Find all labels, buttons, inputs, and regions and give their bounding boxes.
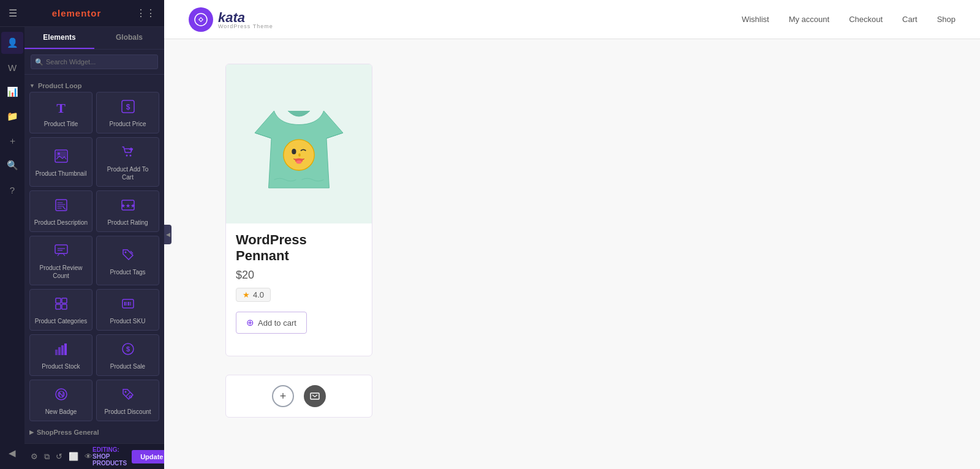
svg-point-6 [129,155,131,157]
svg-rect-25 [55,350,58,355]
widget-label-product-description: Product Description [34,219,88,227]
product-card: WordPress Pennant $20 ★ 4.0 ⊕ Add to car… [225,64,372,356]
svg-rect-18 [56,304,61,309]
widget-product-categories[interactable]: Product Categories [29,289,92,331]
svg-point-37 [200,18,202,21]
svg-rect-28 [64,343,67,355]
nav-links: Wishlist My account Checkout Cart Shop [742,15,956,24]
widget-product-sku[interactable]: Product SKU [96,289,159,331]
sidebar-icon-user[interactable]: 👤 [1,32,23,54]
svg-text:$: $ [126,345,129,353]
update-button[interactable]: Update ▲ [132,450,164,463]
cart-plus-icon: ⊕ [246,317,254,328]
widget-product-title[interactable]: T Product Title [29,92,92,133]
rating-value: 4.0 [253,290,264,299]
product-stock-icon [55,342,68,359]
product-info: WordPress Pennant $20 ★ 4.0 ⊕ Add to car… [226,223,372,356]
logo-icon [189,7,213,32]
widget-panel: ▼ Product Loop T Product Title $ [24,75,164,443]
section-label-shoppress: ShopPress General [37,429,99,436]
sidebar-icon-search[interactable]: 🔍 [1,154,23,176]
widget-product-add-to-cart[interactable]: Product Add To Cart [96,137,159,187]
search-input[interactable] [31,54,158,69]
product-sale-icon: $ [121,342,135,359]
sidebar-top-bar: ☰ elementor ⋮⋮ [0,0,164,27]
circle-button-dark[interactable] [304,385,326,407]
add-to-cart-button[interactable]: ⊕ Add to cart [236,312,307,334]
product-image [244,83,354,205]
svg-point-15 [124,251,126,253]
product-discount-icon [121,388,135,404]
product-thumbnail-icon [55,149,68,166]
grid-icon[interactable]: ⋮⋮ [136,7,156,19]
product-price: $20 [236,266,362,288]
widget-product-stock[interactable]: Product Stock [29,334,92,376]
section-shoppress-general[interactable]: ▶ ShopPress General [29,425,159,438]
sidebar-icon-help[interactable]: ? [1,179,23,201]
widget-product-sale[interactable]: $ Product Sale [96,334,159,376]
brand-logo: elementor [52,8,102,18]
widget-label-product-review-count: Product Review Count [34,264,88,280]
product-title-icon: T [56,100,66,116]
responsive-icon[interactable]: ⬜ [69,452,78,461]
nav-cart[interactable]: Cart [902,15,918,24]
nav-my-account[interactable]: My account [789,15,829,24]
sidebar-icon-chart[interactable]: 📊 [1,81,23,103]
widget-product-thumbnail[interactable]: Product Thumbnail [29,137,92,187]
product-rating-icon: ★★★ [121,198,135,215]
svg-rect-19 [62,304,67,309]
svg-rect-27 [61,345,64,355]
svg-point-33 [124,391,126,393]
sidebar-icon-plus[interactable]: ＋ [1,130,23,152]
widget-label-product-sale: Product Sale [110,362,145,370]
nav-wishlist[interactable]: Wishlist [742,15,769,24]
product-price-icon: $ [121,100,135,116]
tab-elements[interactable]: Elements [24,27,94,49]
svg-point-39 [292,149,296,154]
product-add-to-cart-icon [121,145,135,162]
widget-product-review-count[interactable]: Product Review Count [29,236,92,285]
product-sku-icon [121,297,135,313]
widget-product-discount[interactable]: Product Discount [96,380,159,421]
sidebar-icon-strip: 👤 W 📊 📁 ＋ 🔍 ? ◀ [0,27,24,469]
section-label-text: Product Loop [38,82,82,89]
widget-product-description[interactable]: Product Description [29,190,92,232]
sidebar-panel: Elements Globals 🔍 ▼ Product Loop T Prod… [24,27,164,469]
tab-globals[interactable]: Globals [94,27,164,49]
settings-icon[interactable]: ⚙ [31,452,38,461]
search-icon: 🔍 [35,58,43,66]
sidebar-icon-back[interactable]: ◀ [1,442,23,464]
circle-button-plus[interactable]: + [272,385,294,407]
widget-label-product-stock: Product Stock [42,362,80,370]
widget-product-tags[interactable]: Product Tags [96,236,159,285]
sidebar-icon-wordpress[interactable]: W [1,56,23,78]
search-box: 🔍 [24,50,164,75]
main-content: kata WordPress Theme Wishlist My account… [164,0,980,469]
chevron-right-icon: ▶ [29,429,34,435]
section-product-loop[interactable]: ▼ Product Loop [29,78,159,92]
svg-point-4 [58,152,60,155]
brand-logo-area: kata WordPress Theme [189,7,273,32]
svg-text:$: $ [126,103,130,111]
svg-rect-12 [55,245,67,253]
nav-checkout[interactable]: Checkout [849,15,883,24]
svg-rect-43 [311,393,319,399]
layers-icon[interactable]: ⧉ [44,452,50,462]
sidebar-icon-folder[interactable]: 📁 [1,105,23,127]
hamburger-icon[interactable]: ☰ [9,7,17,19]
widget-label-product-discount: Product Discount [104,408,151,416]
product-area: WordPress Pennant $20 ★ 4.0 ⊕ Add to car… [164,39,980,469]
widget-product-price[interactable]: $ Product Price [96,92,159,133]
widget-product-rating[interactable]: ★★★ Product Rating [96,190,159,232]
nav-shop[interactable]: Shop [937,15,956,24]
history-icon[interactable]: ↺ [56,452,62,461]
widget-new-badge[interactable]: New Badge [29,380,92,421]
product-description-icon [55,198,68,215]
widget-label-product-sku: Product SKU [110,317,146,325]
widget-label-product-categories: Product Categories [35,317,88,325]
svg-point-5 [126,155,127,157]
tab-bar: Elements Globals [24,27,164,50]
chevron-down-icon: ▼ [29,83,35,89]
collapse-handle[interactable]: ◀ [164,225,172,244]
preview-icon[interactable]: 👁 [85,452,92,461]
